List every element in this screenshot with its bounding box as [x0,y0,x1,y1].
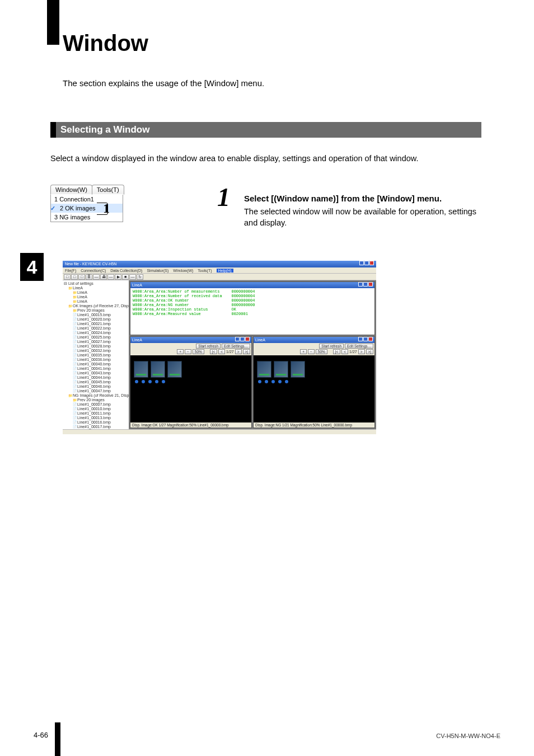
tree-item[interactable]: Line#1_00017.bmp [64,425,128,429]
page-dot[interactable] [278,380,282,383]
page-dot[interactable] [162,380,165,383]
toolbar-button[interactable]: ↻ [137,274,143,280]
page-dot[interactable] [258,380,261,383]
thumbnail[interactable] [291,361,305,378]
edit-settings-button[interactable]: Edit Settings… [222,344,250,349]
tree-item[interactable]: ⊟ List of settings [64,281,128,286]
window-controls[interactable] [359,261,374,267]
thumbnail[interactable] [274,361,288,378]
menu-help[interactable]: Help(H) [217,269,233,273]
tree-item[interactable]: Line#1_00007.bmp [64,402,128,407]
page-dot[interactable] [155,380,158,383]
tree-item[interactable]: Line#1_00020.bmp [64,317,128,322]
toolbar-button[interactable]: — [129,274,136,280]
tree-item[interactable]: Line#1_00035.bmp [64,353,128,358]
zoom-in-button[interactable]: + [177,349,184,354]
tree-item[interactable]: Line#1_00047.bmp [64,389,128,393]
thumbnail[interactable] [257,361,271,378]
toolbar-button[interactable]: ▶ [115,274,121,280]
tree-item[interactable]: Line#1_00040.bmp [64,362,128,367]
tree-item[interactable]: Line#1_00021.bmp [64,322,128,326]
pane-controls[interactable] [235,337,250,343]
tree-item[interactable]: Line#1_00027.bmp [64,340,128,344]
page-dot[interactable] [135,380,138,383]
page-dot[interactable] [271,380,275,383]
thumbnail[interactable] [167,361,182,378]
tree-item[interactable]: Line#1_00045.bmp [64,380,128,384]
tree-item[interactable]: Line#1_00046.bmp [64,384,128,389]
toolbar-button[interactable]: □ [71,274,78,280]
tree-item[interactable]: Line#1_00041.bmp [64,367,128,371]
page-title: Window [63,31,148,56]
edit-settings-button[interactable]: Edit Settings… [345,344,373,349]
intro-text: The section explains the usage of the [W… [63,78,264,88]
tree-item[interactable]: Prev 20 images [64,308,128,313]
tree-item[interactable]: Line#1_00025.bmp [64,335,128,340]
tree-item[interactable]: LineA [64,299,128,304]
tree-item[interactable]: LineA [64,290,128,295]
tree-item[interactable]: Line#1_00043.bmp [64,371,128,375]
last-page-button[interactable]: >| [366,349,373,354]
menu-tab-tools[interactable]: Tools(T) [92,185,124,195]
toolbar-button[interactable]: ■ [122,274,129,280]
menu-file[interactable]: File(F) [65,269,76,273]
toolbar-button[interactable]: — [107,274,114,280]
pane-controls[interactable] [358,337,373,343]
menu-simulator[interactable]: Simulator(S) [147,269,168,273]
tree-item[interactable]: OK Images (of Receive 27, Display Now 6) [64,304,128,308]
menu-item-connection1[interactable]: 1 Connection1 [51,195,123,204]
tree-item[interactable]: NG Images (of Receive 21, Display Now 2) [64,393,128,398]
menu-tab-window[interactable]: Window(W) [50,185,92,195]
next-page-button[interactable]: > [235,349,242,354]
data-row: W000:Area_Area:Number of measurements 00… [133,289,372,294]
tree-item[interactable]: Line#1_00024.bmp [64,331,128,335]
menu-window[interactable]: Window(W) [173,269,193,273]
tree-panel[interactable]: ⊟ List of settingsLineALineALineALineAOK… [63,280,129,429]
start-refresh-button[interactable]: Start refresh [319,344,344,349]
toolbar-button[interactable]: □ [64,274,71,280]
menu-item-ng-images[interactable]: 3 NG images [51,213,123,222]
next-page-button[interactable]: > [358,349,365,354]
menu-item-ok-images[interactable]: 2 OK images [51,204,123,213]
menu-data-collection[interactable]: Data Collection(D) [110,269,142,273]
first-page-button[interactable]: |< [333,349,340,354]
tree-item[interactable]: Line#1_00028.bmp [64,344,128,349]
tree-item[interactable]: Prev 20 images [64,398,128,402]
data-row: W000:Area_Area:Measured value 0020001 [133,312,372,316]
pane-controls[interactable] [358,282,373,288]
menu-tools[interactable]: Tools(T) [198,269,212,273]
first-page-button[interactable]: |< [210,349,217,354]
toolbar-button[interactable]: ≣ [86,274,92,280]
zoom-in-button[interactable]: + [300,349,307,354]
toolbar-button[interactable]: □ [78,274,85,280]
prev-page-button[interactable]: < [341,349,348,354]
tree-item[interactable]: Line#1_00022.bmp [64,326,128,331]
thumbnail[interactable] [151,361,165,378]
tree-item[interactable]: LineA [64,295,128,299]
last-page-button[interactable]: >| [243,349,250,354]
prev-page-button[interactable]: < [218,349,225,354]
tree-item[interactable]: LineA [64,286,128,290]
zoom-out-button[interactable]: − [185,349,191,354]
toolbar-button[interactable]: — [93,274,100,280]
page-dot[interactable] [142,380,145,383]
tree-item[interactable]: Line#1_00016.bmp [64,420,128,425]
tree-item[interactable]: Line#1_00044.bmp [64,375,128,380]
toolbar: □□□≣—🖶—▶■—↻ [63,274,376,280]
thumbnail[interactable] [134,361,148,378]
tree-item[interactable]: Line#1_00015.bmp [64,313,128,317]
page-dot[interactable] [265,380,268,383]
tree-item[interactable]: Line#1_00032.bmp [64,349,128,353]
tree-item[interactable]: Line#1_00036.bmp [64,358,128,362]
page-dot[interactable] [148,380,152,383]
tree-item[interactable]: Line#1_00013.bmp [64,416,128,420]
zoom-select[interactable]: 50% [193,349,204,354]
page-dot[interactable] [285,380,288,383]
tree-item[interactable]: Line#1_00010.bmp [64,407,128,411]
tree-item[interactable]: Line#1_00011.bmp [64,411,128,416]
zoom-out-button[interactable]: − [308,349,315,354]
toolbar-button[interactable]: 🖶 [100,274,107,280]
start-refresh-button[interactable]: Start refresh [196,344,221,349]
menu-connection[interactable]: Connection(C) [81,269,106,273]
zoom-select[interactable]: 50% [316,349,327,354]
